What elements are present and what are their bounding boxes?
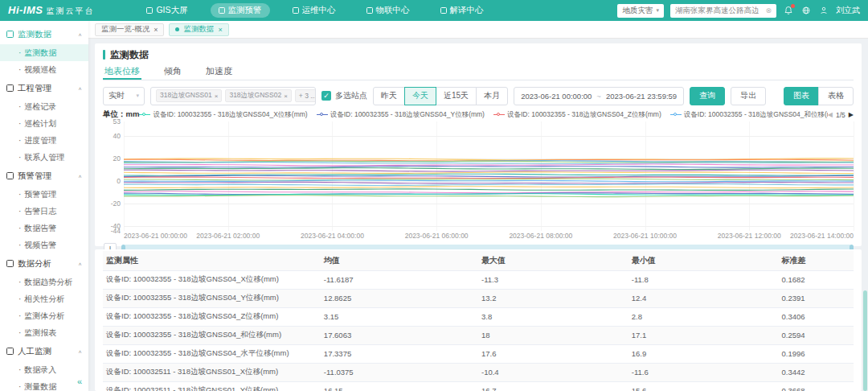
legend-next-icon[interactable]: ▶: [849, 111, 854, 118]
table-cell: 0.2594: [779, 326, 854, 344]
query-button[interactable]: 查询: [690, 87, 725, 105]
table-cell: 17.6063: [321, 326, 478, 344]
sidebar-item[interactable]: ·监测体分析: [0, 307, 88, 324]
sidebar-item[interactable]: ·预警管理: [0, 186, 88, 203]
sidebar-item[interactable]: ·相关性分析: [0, 290, 88, 307]
legend-item[interactable]: 设备ID: 100032355 - 318边坡GNSS04_Y位移(mm): [317, 110, 485, 120]
table-cell: 设备ID: 100032355 - 318边坡GNSS04_X位移(mm): [103, 270, 321, 289]
legend-prev-icon[interactable]: ◀: [828, 111, 833, 118]
workspace-tab[interactable]: 监测一览-概况×: [95, 23, 164, 36]
sidebar-group-alarm-manage[interactable]: 预警管理∧: [0, 166, 88, 186]
sensor-type-tab[interactable]: 地表位移: [103, 64, 141, 80]
clear-icon[interactable]: ⊗: [765, 6, 772, 14]
topbar-nav-item[interactable]: GIS大屏: [138, 3, 195, 18]
sidebar-group-manual-monitor[interactable]: 人工监测∧: [0, 341, 88, 361]
sidebar-item[interactable]: ·视频巡检: [0, 61, 88, 78]
table-view-button[interactable]: 表格: [818, 87, 854, 105]
tab-close-icon[interactable]: ×: [218, 26, 222, 34]
project-search-input[interactable]: 湖南张家界高速公路高边 ⊗: [670, 4, 776, 18]
title-accent-bar: [103, 50, 105, 60]
sidebar: 监测数据∧·监测数据·视频巡检工程管理∧·巡检记录·巡检计划·进度管理·联系人管…: [0, 21, 88, 391]
export-button[interactable]: 导出: [731, 87, 766, 105]
sidebar-item[interactable]: ·巡检记录: [0, 98, 88, 115]
station-tag[interactable]: 318边坡GNSS02×: [225, 89, 291, 102]
sidebar-item-label: 监测数据: [24, 47, 56, 59]
chevron-up-icon: ∧: [78, 348, 82, 353]
station-multiselect[interactable]: 318边坡GNSS01×318边坡GNSS02×+ 3 ...: [150, 87, 316, 105]
filter-toolbar: 实时 ▾ 318边坡GNSS01×318边坡GNSS02×+ 3 ... ✓ 多…: [103, 86, 854, 105]
sidebar-item[interactable]: ·巡检计划: [0, 115, 88, 132]
series-line: [124, 170, 854, 171]
sidebar-item[interactable]: ·进度管理: [0, 132, 88, 149]
sensor-type-tab[interactable]: 加速度: [204, 64, 234, 80]
y-axis-tick-label: 53: [113, 117, 121, 126]
sidebar-item[interactable]: ·联系人管理: [0, 149, 88, 166]
sidebar-item[interactable]: ·测量数据: [0, 378, 88, 391]
topbar-nav-item[interactable]: 解译中心: [432, 3, 492, 18]
quick-range-button[interactable]: 昨天: [373, 87, 405, 105]
bullet-icon: ·: [18, 66, 21, 74]
username[interactable]: 刘立武: [836, 5, 860, 16]
globe-icon[interactable]: [800, 5, 812, 16]
table-cell: 13.2: [478, 289, 628, 307]
table-row: 设备ID: 100032511 - 318边坡GNSS01_Y位移(mm)16.…: [103, 381, 854, 391]
legend-item[interactable]: 设备ID: 100032355 - 318边坡GNSS04_X位移(mm): [139, 110, 307, 120]
user-icon[interactable]: [818, 5, 829, 16]
sidebar-item[interactable]: ·告警日志: [0, 203, 88, 220]
multi-station-checkbox[interactable]: ✓ 多选站点: [321, 90, 367, 101]
sensor-type-tab[interactable]: 倾角: [162, 64, 183, 80]
workspace-tab[interactable]: 监测数据×: [169, 23, 228, 36]
sidebar-item[interactable]: ·视频告警: [0, 237, 88, 253]
x-axis-tick-label: 2023-06-21 00:00:00: [124, 232, 187, 240]
table-header-row: 监测属性均值最大值最小值标准差: [103, 251, 854, 270]
topbar-nav-item[interactable]: 运维中心: [285, 3, 344, 18]
line-chart-plot[interactable]: [124, 121, 854, 231]
quick-range-button[interactable]: 近15天: [436, 87, 477, 105]
sidebar-item[interactable]: ·监测报表: [0, 324, 88, 341]
sidebar-group-project-manage[interactable]: 工程管理∧: [0, 78, 88, 98]
table-cell: 3.15: [321, 307, 478, 326]
table-column-header: 监测属性: [103, 251, 321, 270]
sidebar-group-monitor-data[interactable]: 监测数据∧: [0, 24, 88, 44]
table-cell: 12.4: [628, 289, 779, 307]
sidebar-group-data-analysis[interactable]: 数据分析∧: [0, 253, 88, 274]
sidebar-item-label: 数据录入: [24, 364, 56, 376]
table-cell: 3.8: [478, 307, 628, 326]
sidebar-item[interactable]: ·数据趋势分析: [0, 274, 88, 290]
station-tag[interactable]: 318边坡GNSS01×: [156, 89, 222, 102]
topbar-nav-item[interactable]: 监测预警: [211, 3, 270, 18]
project-manage-icon: [6, 84, 14, 92]
chart-view-button[interactable]: 图表: [784, 87, 819, 105]
data-mode-select[interactable]: 实时 ▾: [103, 87, 145, 105]
bullet-icon: ·: [18, 49, 21, 57]
tab-close-icon[interactable]: ×: [154, 26, 158, 34]
legend-item[interactable]: 设备ID: 100032355 - 318边坡GNSS04_Z位移(mm): [493, 110, 661, 120]
station-more-tag[interactable]: + 3 ...: [295, 89, 316, 102]
sidebar-item[interactable]: ·数据录入: [0, 361, 88, 378]
date-range-input[interactable]: 2023-06-21 00:00:00 ~ 2023-06-21 23:59:5…: [514, 87, 684, 105]
table-cell: -11.6187: [321, 270, 478, 289]
sidebar-item-label: 监测体分析: [24, 311, 64, 322]
table-cell: 设备ID: 100032511 - 318边坡GNSS01_X位移(mm): [103, 363, 321, 381]
sidebar-item[interactable]: ·监测数据: [0, 44, 88, 61]
quick-range-button[interactable]: 本月: [476, 87, 508, 105]
notification-bell-icon[interactable]: [783, 5, 794, 16]
series-line-设备ID: 100032511 - 318边坡GNSS01_Y位移(mm): [124, 163, 854, 164]
y-axis-tick-label: 40: [113, 132, 121, 140]
table-column-header: 最小值: [628, 251, 779, 270]
tag-close-icon[interactable]: ×: [284, 93, 288, 100]
bullet-icon: ·: [18, 241, 21, 249]
sidebar-item-label: 告警日志: [24, 206, 56, 217]
chevron-up-icon: ∧: [78, 261, 82, 265]
topbar-nav-item[interactable]: 物联中心: [358, 3, 418, 18]
legend-item[interactable]: 设备ID: 100032355 - 318边坡GNSS04_和位移(mm): [670, 110, 828, 120]
table-cell: 设备ID: 100032355 - 318边坡GNSS04_Y位移(mm): [103, 289, 321, 307]
table-cell: 17.3375: [321, 344, 478, 363]
quick-range-button[interactable]: 今天: [404, 87, 436, 105]
scrollbar-thumb[interactable]: [863, 290, 867, 391]
project-type-select[interactable]: 地质灾害 ▾: [617, 4, 664, 18]
table-row: 设备ID: 100032355 - 318边坡GNSS04_和位移(mm)17.…: [103, 326, 854, 344]
sidebar-item[interactable]: ·数据告警: [0, 220, 88, 237]
tag-close-icon[interactable]: ×: [215, 93, 219, 100]
sidebar-collapse-button[interactable]: «: [77, 377, 82, 386]
